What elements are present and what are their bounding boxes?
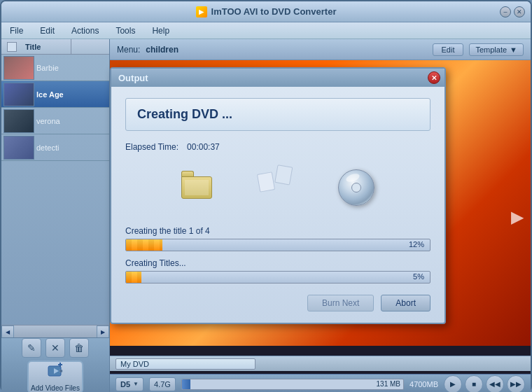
main-window: ▶ ImTOO AVI to DVD Converter – ✕ File Ed…: [0, 0, 532, 392]
menu-bar: File Edit Actions Tools Help: [1, 22, 531, 39]
elapsed-row: Elapsed Time: 00:00:37: [125, 142, 430, 152]
disc-dropdown-icon: ▼: [133, 381, 139, 387]
video-row-detect[interactable]: detecti: [1, 134, 109, 161]
progress-bar-2: 5%: [125, 271, 430, 284]
disc-size: 4.7G: [149, 377, 176, 391]
flying-papers: [254, 170, 296, 205]
dialog-title-bar: Output ✕: [111, 69, 444, 87]
delete-button[interactable]: ✕: [46, 338, 65, 358]
clear-button[interactable]: 🗑: [69, 338, 89, 358]
file-size-text: 131 MB: [377, 380, 400, 388]
video-list: Barbie Ice Age verona detecti: [1, 55, 109, 325]
minimize-button[interactable]: –: [500, 6, 511, 18]
creating-dvd-header: Creating DVD ...: [125, 98, 430, 131]
progress-label-2: Creating Titles...: [125, 258, 430, 268]
app-icon: ▶: [196, 6, 207, 18]
dvd-name-area: [110, 356, 531, 371]
file-size-bar: 131 MB: [181, 379, 404, 390]
progress-percent-2: 5%: [413, 272, 424, 281]
burn-next-button[interactable]: Burn Next: [307, 295, 374, 312]
scroll-right-button[interactable]: ▶: [97, 326, 109, 338]
dialog-body: Creating DVD ... Elapsed Time: 00:00:37: [111, 87, 444, 323]
col-title: Title: [22, 39, 71, 54]
edit-button[interactable]: Edit: [433, 43, 464, 56]
file-size-fill: [182, 379, 191, 389]
disc-selector[interactable]: D5 ▼: [115, 377, 144, 391]
progress-bar-1: 12%: [125, 239, 430, 251]
video-row-iceage[interactable]: Ice Age: [1, 81, 109, 108]
video-row-verona[interactable]: verona: [1, 108, 109, 134]
progress-section-2: Creating Titles... 5%: [125, 258, 430, 284]
play-button[interactable]: ▶: [444, 375, 462, 393]
output-dialog: Output ✕ Creating DVD ... Elapsed Time: …: [110, 67, 446, 324]
elapsed-time: 00:00:37: [187, 142, 220, 152]
menu-file[interactable]: File: [7, 24, 26, 37]
play-controls: ▶ ■ ◀◀ ▶▶: [444, 375, 525, 393]
status-bar: D5 ▼ 4.7G 131 MB 4700MB ▶ ■ ◀◀ ▶▶: [110, 374, 531, 392]
progress-fill-1: [126, 239, 162, 251]
video-thumb-3: [4, 109, 34, 133]
menu-actions[interactable]: Actions: [69, 24, 102, 37]
total-capacity: 4700MB: [410, 380, 438, 388]
menu-tools[interactable]: Tools: [113, 24, 138, 37]
add-video-button[interactable]: Add Video Files: [27, 360, 83, 392]
dvd-disc-shine: [345, 172, 360, 183]
add-video-label: Add Video Files: [31, 384, 80, 392]
add-video-icon: [47, 363, 64, 383]
close-button[interactable]: ✕: [514, 6, 525, 18]
title-bar: ▶ ImTOO AVI to DVD Converter – ✕: [1, 1, 531, 22]
folder-icon: [181, 176, 212, 199]
edit-icon: [7, 42, 17, 52]
video-thumb-1: [4, 56, 34, 80]
progress-fill-2: [126, 272, 141, 283]
menu-label: Menu:: [117, 45, 140, 55]
progress-label-1: Creating the title 1 of 4: [125, 226, 430, 236]
horizontal-scrollbar[interactable]: ◀ ▶: [1, 325, 109, 337]
menu-help[interactable]: Help: [149, 24, 172, 37]
folder-body: [181, 176, 212, 199]
video-title-4: detecti: [36, 144, 82, 152]
svg-point-3: [59, 370, 62, 372]
title-controls: – ✕: [500, 6, 525, 18]
left-panel: Title Barbie Ice Age verona det: [1, 39, 110, 392]
top-right-bar: Menu: children Edit Template ▼: [110, 39, 531, 60]
app-title: ▶ ImTOO AVI to DVD Converter: [196, 6, 337, 18]
bottom-toolbar: ✎ ✕ 🗑 Add Vid: [1, 337, 109, 392]
disc-type: D5: [120, 380, 130, 388]
dvd-disc: [338, 169, 374, 206]
paper-2: [274, 164, 293, 185]
scroll-track[interactable]: [14, 326, 97, 337]
toolbar-icons: ✎ ✕ 🗑: [22, 338, 89, 358]
paper-1: [257, 172, 275, 192]
video-title-3: verona: [36, 117, 82, 125]
progress-section-1: Creating the title 1 of 4 12%: [125, 226, 430, 251]
edit-properties-button[interactable]: ✎: [22, 338, 41, 358]
video-thumb-2: [4, 83, 34, 106]
template-arrow-icon: ▼: [510, 46, 517, 54]
template-label: Template: [475, 46, 507, 54]
preview-arrow-icon: ▶: [511, 207, 524, 227]
video-title-2: Ice Age: [36, 90, 82, 99]
dialog-close-button[interactable]: ✕: [428, 71, 440, 84]
next-button[interactable]: ▶▶: [507, 375, 525, 393]
stop-button[interactable]: ■: [465, 375, 483, 393]
table-header: Title: [1, 39, 109, 55]
prev-button[interactable]: ◀◀: [486, 375, 504, 393]
video-thumb-4: [4, 136, 34, 160]
elapsed-label: Elapsed Time:: [125, 142, 178, 152]
menu-edit[interactable]: Edit: [37, 24, 57, 37]
dialog-title: Output: [118, 73, 148, 83]
template-button[interactable]: Template ▼: [469, 43, 524, 56]
video-title-1: Barbie: [36, 64, 82, 72]
menu-value: children: [146, 45, 178, 55]
video-row-barbie[interactable]: Barbie: [1, 55, 109, 81]
progress-percent-1: 12%: [409, 240, 424, 248]
abort-button[interactable]: Abort: [381, 295, 430, 312]
scroll-left-button[interactable]: ◀: [1, 326, 14, 338]
dvd-name-input[interactable]: [115, 358, 255, 370]
dialog-buttons: Burn Next Abort: [125, 295, 430, 312]
animation-area: [125, 163, 430, 212]
